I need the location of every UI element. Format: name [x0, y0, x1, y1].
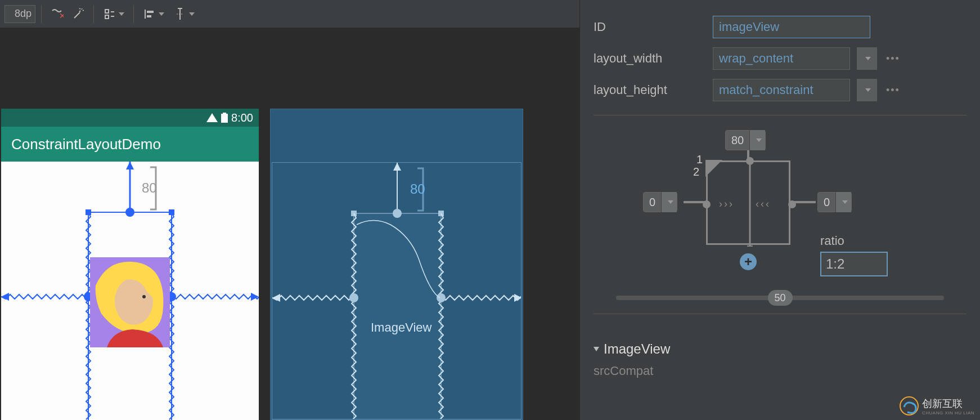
svg-point-28	[349, 293, 358, 302]
pack-icon	[103, 7, 116, 21]
constraint-box[interactable]: 1 2 ››› ‹‹‹	[706, 160, 790, 245]
top-anchor[interactable]	[746, 157, 754, 165]
svg-marker-13	[251, 293, 259, 301]
status-bar: 8:00	[1, 109, 259, 127]
svg-marker-20	[393, 163, 401, 171]
wifi-icon	[206, 113, 218, 122]
watermark-brand: 创新互联	[922, 397, 974, 410]
ratio-input[interactable]	[820, 252, 888, 276]
svg-point-29	[437, 293, 446, 302]
section-title: ImageView	[604, 341, 670, 357]
magic-wand-icon	[71, 7, 85, 21]
add-bottom-constraint-button[interactable]: +	[740, 253, 757, 270]
layout-width-select[interactable]: wrap_content	[713, 47, 850, 70]
separator	[41, 5, 42, 23]
chevron-down-icon	[661, 192, 677, 212]
chevron-down-icon	[594, 347, 599, 351]
pack-button[interactable]	[100, 5, 128, 24]
layout-height-select[interactable]: match_constraint	[713, 79, 850, 101]
src-compat-row: srcCompat	[594, 364, 966, 378]
svg-text:›››: ›››	[719, 198, 734, 209]
chevron-down-icon	[865, 57, 871, 60]
margin-right-stepper[interactable]: 0	[817, 192, 852, 212]
left-anchor[interactable]	[703, 200, 711, 208]
watermark-logo-icon	[900, 396, 919, 415]
src-compat-label: srcCompat	[594, 364, 653, 378]
ratio-area: ratio	[820, 234, 888, 276]
layout-height-dropdown[interactable]	[857, 79, 877, 101]
svg-rect-2	[105, 15, 109, 19]
chevron-down-icon	[835, 192, 851, 212]
svg-text:80: 80	[410, 181, 425, 196]
margin-right-value: 0	[818, 196, 835, 209]
clear-constraints-icon: ✕	[50, 7, 64, 21]
app-title: ConstraintLayoutDemo	[11, 136, 161, 153]
svg-marker-8	[126, 162, 134, 169]
margin-top-stepper[interactable]: 80	[725, 130, 766, 150]
layout-width-label: layout_width	[594, 51, 706, 66]
chevron-down-icon	[119, 12, 124, 16]
svg-point-27	[393, 209, 402, 218]
svg-rect-5	[221, 114, 228, 123]
margin-left-value: 0	[644, 196, 661, 209]
svg-rect-4	[147, 15, 151, 17]
blueprint-surface[interactable]: 80 ImageView	[272, 162, 522, 419]
battery-icon	[221, 113, 228, 123]
id-row: ID	[594, 11, 966, 43]
bias-thumb[interactable]: 50	[768, 290, 793, 306]
svg-point-14	[125, 208, 134, 217]
ratio-label: ratio	[820, 234, 888, 248]
constraint-widget: 80 0 0 1 2 ››› ‹‹‹	[594, 127, 966, 284]
plus-icon: +	[744, 254, 752, 270]
ratio-marker-1: 1	[696, 153, 703, 166]
svg-rect-3	[147, 11, 154, 13]
blueprint-preview[interactable]: 80 ImageView	[270, 109, 523, 420]
svg-text:✕: ✕	[59, 11, 64, 20]
layout-width-dropdown[interactable]	[857, 47, 877, 70]
attributes-panel: ID layout_width wrap_content ••• layout_…	[579, 0, 980, 420]
constraint-box-inner-icon: ››› ‹‹‹	[708, 162, 792, 247]
svg-text:‹‹‹: ‹‹‹	[756, 198, 771, 209]
right-anchor[interactable]	[788, 200, 796, 208]
separator	[93, 5, 94, 23]
svg-rect-6	[223, 113, 226, 114]
svg-marker-25	[272, 294, 280, 302]
clear-constraints-button[interactable]: ✕	[47, 5, 66, 24]
watermark-sub: CHUANG XIN HU LIAN	[922, 410, 974, 415]
layout-height-value: match_constraint	[719, 83, 813, 97]
infer-constraints-button[interactable]	[69, 5, 88, 24]
margin-left-stepper[interactable]: 0	[643, 192, 677, 212]
more-options-button[interactable]: •••	[884, 53, 902, 65]
guideline-icon	[173, 7, 187, 21]
svg-rect-1	[105, 10, 109, 13]
default-margin-input[interactable]	[5, 5, 35, 23]
id-input[interactable]	[713, 16, 870, 38]
svg-rect-22	[354, 213, 441, 419]
align-button[interactable]	[140, 5, 168, 24]
design-canvas: 8:00 ConstraintLayoutDemo 80	[0, 28, 579, 420]
image-view-content[interactable]	[90, 257, 170, 347]
chevron-down-icon	[865, 88, 871, 92]
id-label: ID	[594, 20, 706, 34]
divider	[594, 115, 966, 115]
margin-top-value: 80	[726, 134, 749, 147]
more-options-button[interactable]: •••	[884, 84, 902, 96]
design-preview[interactable]: 8:00 ConstraintLayoutDemo 80	[1, 109, 259, 420]
watermark: 创新互联 CHUANG XIN HU LIAN	[900, 396, 974, 415]
divider	[594, 314, 966, 314]
blueprint-overlay: 80 ImageView	[272, 163, 521, 419]
chevron-down-icon	[159, 12, 164, 16]
separator	[133, 5, 134, 23]
bias-value: 50	[774, 292, 785, 304]
margin-top-value: 80	[142, 180, 157, 195]
layout-width-row: layout_width wrap_content •••	[594, 43, 966, 74]
horizontal-bias-slider[interactable]: 50	[616, 296, 944, 300]
guidelines-button[interactable]	[170, 5, 198, 24]
svg-text:ImageView: ImageView	[371, 320, 432, 334]
avatar-illustration-icon	[90, 257, 170, 347]
svg-marker-12	[1, 293, 9, 301]
layout-height-row: layout_height match_constraint •••	[594, 74, 966, 106]
imageview-section-header[interactable]: ImageView	[594, 341, 966, 357]
design-surface[interactable]: 80	[1, 162, 259, 420]
chevron-down-icon	[189, 12, 195, 16]
